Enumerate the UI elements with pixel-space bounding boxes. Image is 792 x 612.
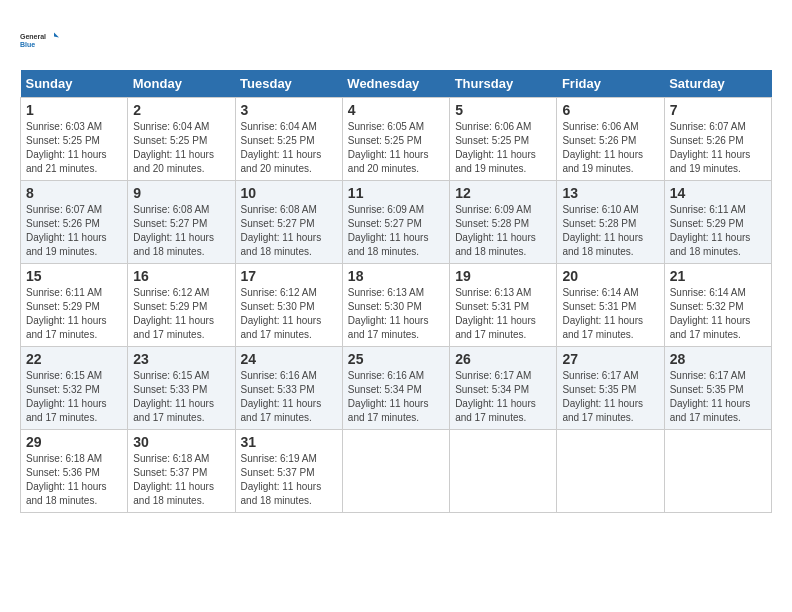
calendar-day-cell: 29Sunrise: 6:18 AM Sunset: 5:36 PM Dayli… (21, 430, 128, 513)
calendar-day-cell: 20Sunrise: 6:14 AM Sunset: 5:31 PM Dayli… (557, 264, 664, 347)
day-info: Sunrise: 6:19 AM Sunset: 5:37 PM Dayligh… (241, 452, 337, 508)
day-info: Sunrise: 6:15 AM Sunset: 5:33 PM Dayligh… (133, 369, 229, 425)
day-info: Sunrise: 6:17 AM Sunset: 5:34 PM Dayligh… (455, 369, 551, 425)
calendar-day-cell: 8Sunrise: 6:07 AM Sunset: 5:26 PM Daylig… (21, 181, 128, 264)
day-number: 17 (241, 268, 337, 284)
day-info: Sunrise: 6:16 AM Sunset: 5:34 PM Dayligh… (348, 369, 444, 425)
weekday-header: Sunday (21, 70, 128, 98)
calendar-day-cell: 28Sunrise: 6:17 AM Sunset: 5:35 PM Dayli… (664, 347, 771, 430)
day-info: Sunrise: 6:12 AM Sunset: 5:29 PM Dayligh… (133, 286, 229, 342)
calendar-day-cell: 7Sunrise: 6:07 AM Sunset: 5:26 PM Daylig… (664, 98, 771, 181)
weekday-header: Friday (557, 70, 664, 98)
calendar-day-cell: 12Sunrise: 6:09 AM Sunset: 5:28 PM Dayli… (450, 181, 557, 264)
calendar-day-cell: 13Sunrise: 6:10 AM Sunset: 5:28 PM Dayli… (557, 181, 664, 264)
day-number: 10 (241, 185, 337, 201)
day-number: 2 (133, 102, 229, 118)
weekday-header: Thursday (450, 70, 557, 98)
day-number: 5 (455, 102, 551, 118)
calendar-day-cell: 5Sunrise: 6:06 AM Sunset: 5:25 PM Daylig… (450, 98, 557, 181)
calendar-day-cell: 3Sunrise: 6:04 AM Sunset: 5:25 PM Daylig… (235, 98, 342, 181)
day-info: Sunrise: 6:06 AM Sunset: 5:26 PM Dayligh… (562, 120, 658, 176)
calendar-header: SundayMondayTuesdayWednesdayThursdayFrid… (21, 70, 772, 98)
logo: General Blue (20, 20, 60, 60)
calendar-day-cell: 10Sunrise: 6:08 AM Sunset: 5:27 PM Dayli… (235, 181, 342, 264)
weekday-header: Wednesday (342, 70, 449, 98)
calendar-day-cell (342, 430, 449, 513)
day-info: Sunrise: 6:10 AM Sunset: 5:28 PM Dayligh… (562, 203, 658, 259)
calendar-day-cell: 14Sunrise: 6:11 AM Sunset: 5:29 PM Dayli… (664, 181, 771, 264)
day-number: 20 (562, 268, 658, 284)
day-number: 11 (348, 185, 444, 201)
day-number: 6 (562, 102, 658, 118)
day-number: 14 (670, 185, 766, 201)
day-info: Sunrise: 6:14 AM Sunset: 5:32 PM Dayligh… (670, 286, 766, 342)
day-number: 19 (455, 268, 551, 284)
calendar-week-row: 29Sunrise: 6:18 AM Sunset: 5:36 PM Dayli… (21, 430, 772, 513)
weekday-header: Saturday (664, 70, 771, 98)
calendar-day-cell: 31Sunrise: 6:19 AM Sunset: 5:37 PM Dayli… (235, 430, 342, 513)
weekday-header: Tuesday (235, 70, 342, 98)
day-number: 25 (348, 351, 444, 367)
day-info: Sunrise: 6:09 AM Sunset: 5:28 PM Dayligh… (455, 203, 551, 259)
day-info: Sunrise: 6:03 AM Sunset: 5:25 PM Dayligh… (26, 120, 122, 176)
day-number: 28 (670, 351, 766, 367)
day-number: 27 (562, 351, 658, 367)
calendar-day-cell: 21Sunrise: 6:14 AM Sunset: 5:32 PM Dayli… (664, 264, 771, 347)
calendar-day-cell: 23Sunrise: 6:15 AM Sunset: 5:33 PM Dayli… (128, 347, 235, 430)
day-number: 24 (241, 351, 337, 367)
day-info: Sunrise: 6:04 AM Sunset: 5:25 PM Dayligh… (133, 120, 229, 176)
day-number: 13 (562, 185, 658, 201)
calendar-day-cell: 25Sunrise: 6:16 AM Sunset: 5:34 PM Dayli… (342, 347, 449, 430)
calendar-day-cell: 6Sunrise: 6:06 AM Sunset: 5:26 PM Daylig… (557, 98, 664, 181)
calendar-table: SundayMondayTuesdayWednesdayThursdayFrid… (20, 70, 772, 513)
calendar-day-cell: 2Sunrise: 6:04 AM Sunset: 5:25 PM Daylig… (128, 98, 235, 181)
day-info: Sunrise: 6:04 AM Sunset: 5:25 PM Dayligh… (241, 120, 337, 176)
day-info: Sunrise: 6:18 AM Sunset: 5:36 PM Dayligh… (26, 452, 122, 508)
day-info: Sunrise: 6:06 AM Sunset: 5:25 PM Dayligh… (455, 120, 551, 176)
svg-text:Blue: Blue (20, 41, 35, 48)
calendar-week-row: 22Sunrise: 6:15 AM Sunset: 5:32 PM Dayli… (21, 347, 772, 430)
day-number: 23 (133, 351, 229, 367)
day-info: Sunrise: 6:07 AM Sunset: 5:26 PM Dayligh… (670, 120, 766, 176)
calendar-day-cell: 22Sunrise: 6:15 AM Sunset: 5:32 PM Dayli… (21, 347, 128, 430)
calendar-day-cell: 15Sunrise: 6:11 AM Sunset: 5:29 PM Dayli… (21, 264, 128, 347)
day-info: Sunrise: 6:14 AM Sunset: 5:31 PM Dayligh… (562, 286, 658, 342)
calendar-body: 1Sunrise: 6:03 AM Sunset: 5:25 PM Daylig… (21, 98, 772, 513)
calendar-day-cell: 30Sunrise: 6:18 AM Sunset: 5:37 PM Dayli… (128, 430, 235, 513)
day-info: Sunrise: 6:11 AM Sunset: 5:29 PM Dayligh… (26, 286, 122, 342)
day-number: 26 (455, 351, 551, 367)
calendar-day-cell: 17Sunrise: 6:12 AM Sunset: 5:30 PM Dayli… (235, 264, 342, 347)
day-info: Sunrise: 6:08 AM Sunset: 5:27 PM Dayligh… (241, 203, 337, 259)
day-number: 1 (26, 102, 122, 118)
day-info: Sunrise: 6:17 AM Sunset: 5:35 PM Dayligh… (670, 369, 766, 425)
page-header: General Blue (20, 20, 772, 60)
logo-svg: General Blue (20, 20, 60, 60)
calendar-day-cell: 1Sunrise: 6:03 AM Sunset: 5:25 PM Daylig… (21, 98, 128, 181)
day-number: 4 (348, 102, 444, 118)
day-info: Sunrise: 6:08 AM Sunset: 5:27 PM Dayligh… (133, 203, 229, 259)
day-info: Sunrise: 6:05 AM Sunset: 5:25 PM Dayligh… (348, 120, 444, 176)
day-number: 29 (26, 434, 122, 450)
day-number: 8 (26, 185, 122, 201)
day-number: 15 (26, 268, 122, 284)
day-number: 7 (670, 102, 766, 118)
svg-marker-2 (54, 33, 59, 38)
day-number: 22 (26, 351, 122, 367)
day-number: 3 (241, 102, 337, 118)
day-info: Sunrise: 6:15 AM Sunset: 5:32 PM Dayligh… (26, 369, 122, 425)
calendar-day-cell: 24Sunrise: 6:16 AM Sunset: 5:33 PM Dayli… (235, 347, 342, 430)
weekday-row: SundayMondayTuesdayWednesdayThursdayFrid… (21, 70, 772, 98)
calendar-day-cell: 26Sunrise: 6:17 AM Sunset: 5:34 PM Dayli… (450, 347, 557, 430)
day-number: 31 (241, 434, 337, 450)
calendar-day-cell: 11Sunrise: 6:09 AM Sunset: 5:27 PM Dayli… (342, 181, 449, 264)
day-number: 12 (455, 185, 551, 201)
calendar-day-cell (450, 430, 557, 513)
calendar-week-row: 15Sunrise: 6:11 AM Sunset: 5:29 PM Dayli… (21, 264, 772, 347)
weekday-header: Monday (128, 70, 235, 98)
day-number: 18 (348, 268, 444, 284)
day-info: Sunrise: 6:16 AM Sunset: 5:33 PM Dayligh… (241, 369, 337, 425)
day-number: 16 (133, 268, 229, 284)
day-info: Sunrise: 6:12 AM Sunset: 5:30 PM Dayligh… (241, 286, 337, 342)
calendar-day-cell: 18Sunrise: 6:13 AM Sunset: 5:30 PM Dayli… (342, 264, 449, 347)
day-info: Sunrise: 6:11 AM Sunset: 5:29 PM Dayligh… (670, 203, 766, 259)
